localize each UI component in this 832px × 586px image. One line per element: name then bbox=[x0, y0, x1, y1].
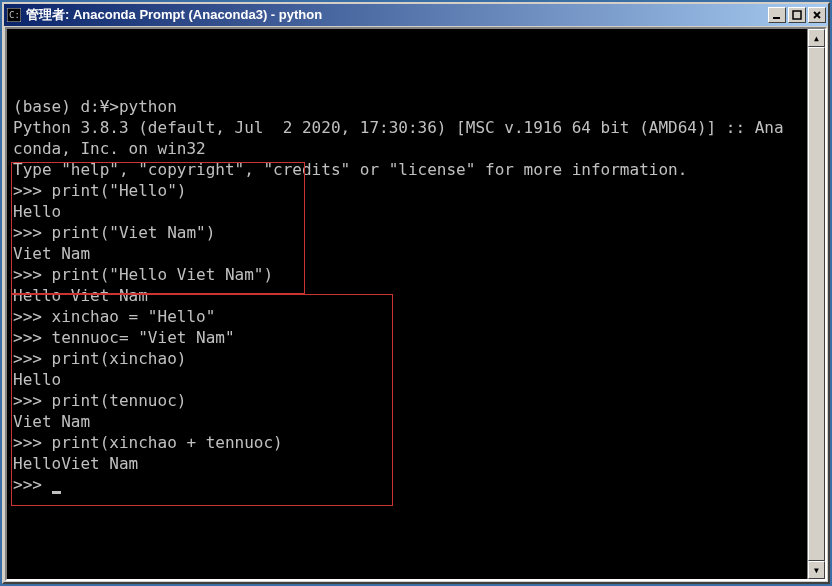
terminal-line: >>> bbox=[13, 474, 801, 495]
terminal-line: conda, Inc. on win32 bbox=[13, 138, 801, 159]
terminal-line: >>> print(tennuoc) bbox=[13, 390, 801, 411]
scroll-down-button[interactable]: ▼ bbox=[808, 561, 825, 579]
terminal-line: Viet Nam bbox=[13, 243, 801, 264]
terminal-line bbox=[13, 75, 801, 96]
cursor bbox=[52, 491, 61, 494]
terminal-line: >>> print("Hello") bbox=[13, 180, 801, 201]
terminal-line: (base) d:¥>python bbox=[13, 96, 801, 117]
terminal-line: >>> print("Hello Viet Nam") bbox=[13, 264, 801, 285]
terminal-icon: C: bbox=[6, 7, 22, 23]
terminal-line: Hello bbox=[13, 369, 801, 390]
close-button[interactable] bbox=[808, 7, 826, 23]
terminal-line: >>> print(xinchao + tennuoc) bbox=[13, 432, 801, 453]
terminal-line: Hello Viet Nam bbox=[13, 285, 801, 306]
terminal-container: (base) d:¥>pythonPython 3.8.3 (default, … bbox=[5, 27, 827, 581]
terminal-line: Hello bbox=[13, 201, 801, 222]
maximize-button[interactable] bbox=[788, 7, 806, 23]
svg-rect-3 bbox=[793, 11, 801, 19]
terminal-line: Python 3.8.3 (default, Jul 2 2020, 17:30… bbox=[13, 117, 801, 138]
scroll-thumb[interactable] bbox=[808, 47, 825, 561]
window-buttons bbox=[768, 7, 826, 23]
scroll-track[interactable] bbox=[808, 47, 825, 561]
terminal[interactable]: (base) d:¥>pythonPython 3.8.3 (default, … bbox=[7, 29, 807, 579]
terminal-line: HelloViet Nam bbox=[13, 453, 801, 474]
terminal-line: >>> print("Viet Nam") bbox=[13, 222, 801, 243]
svg-text:C:: C: bbox=[9, 10, 20, 20]
scrollbar[interactable]: ▲ ▼ bbox=[807, 29, 825, 579]
window: C: 管理者: Anaconda Prompt (Anaconda3) - py… bbox=[2, 2, 830, 584]
terminal-line: >>> tennuoc= "Viet Nam" bbox=[13, 327, 801, 348]
terminal-line: Type "help", "copyright", "credits" or "… bbox=[13, 159, 801, 180]
terminal-line: >>> print(xinchao) bbox=[13, 348, 801, 369]
minimize-button[interactable] bbox=[768, 7, 786, 23]
window-title: 管理者: Anaconda Prompt (Anaconda3) - pytho… bbox=[26, 6, 768, 24]
titlebar[interactable]: C: 管理者: Anaconda Prompt (Anaconda3) - py… bbox=[4, 4, 828, 26]
terminal-line: >>> xinchao = "Hello" bbox=[13, 306, 801, 327]
svg-rect-2 bbox=[773, 17, 780, 19]
terminal-line: Viet Nam bbox=[13, 411, 801, 432]
scroll-up-button[interactable]: ▲ bbox=[808, 29, 825, 47]
